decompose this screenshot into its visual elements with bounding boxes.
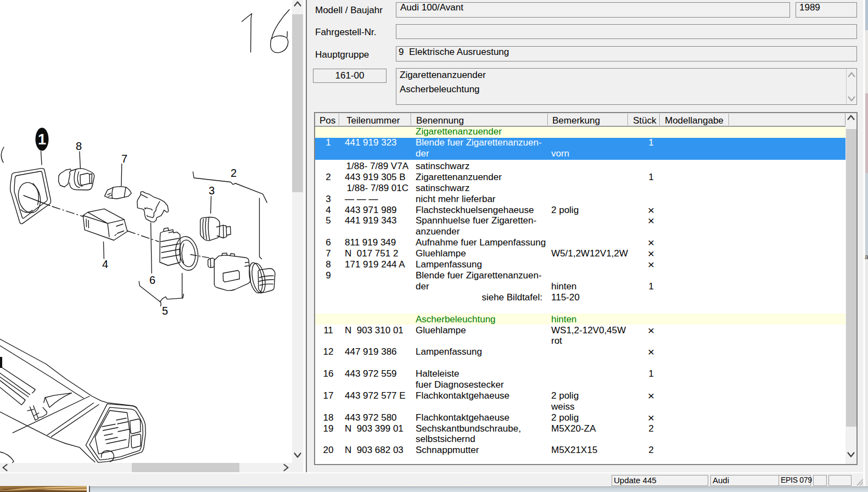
svg-text:3: 3	[209, 185, 215, 197]
svg-text:6: 6	[149, 274, 155, 286]
svg-text:5: 5	[162, 305, 168, 317]
svg-text:8: 8	[76, 140, 82, 152]
svg-text:4: 4	[102, 258, 108, 270]
svg-text:1: 1	[38, 131, 46, 148]
svg-text:7: 7	[121, 153, 127, 165]
svg-text:2: 2	[231, 167, 237, 179]
